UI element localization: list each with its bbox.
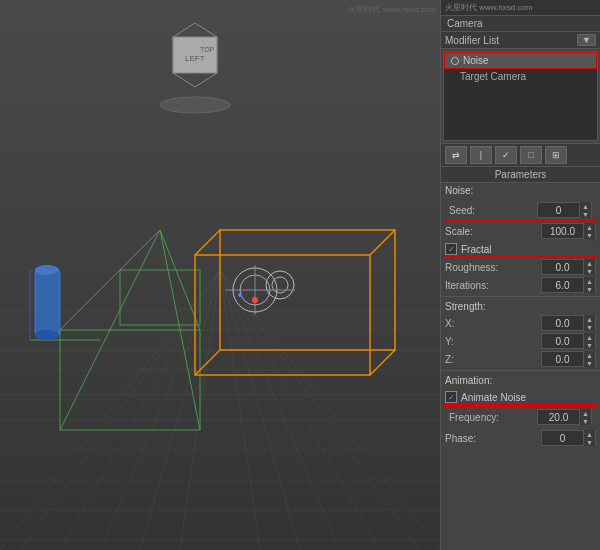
y-value: 0.0 (542, 336, 583, 347)
right-panel: 火星时代 www.hxsd.com Camera Modifier List ▼… (440, 0, 600, 550)
animate-noise-label: Animate Noise (461, 392, 526, 403)
viewport[interactable]: LEFT TOP 火星时代 www.hxsd.com (0, 0, 440, 550)
iterations-input[interactable]: 6.0 ▲ ▼ (541, 277, 596, 293)
roughness-label: Roughness: (445, 262, 498, 273)
x-down[interactable]: ▼ (583, 323, 595, 331)
tool-grid[interactable]: ⊞ (545, 146, 567, 164)
frequency-row: Frequency: 20.0 ▲ ▼ (443, 406, 598, 428)
svg-point-27 (35, 330, 59, 340)
z-input[interactable]: 0.0 ▲ ▼ (541, 351, 596, 367)
seed-label: Seed: (449, 205, 475, 216)
phase-down[interactable]: ▼ (583, 438, 595, 446)
animate-noise-row: ✓ Animate Noise (443, 389, 598, 405)
z-value: 0.0 (542, 354, 583, 365)
y-row: Y: 0.0 ▲ ▼ (441, 332, 600, 350)
scale-label: Scale: (445, 226, 473, 237)
modifier-tree: Noise Target Camera (443, 51, 598, 141)
frequency-value: 20.0 (538, 412, 579, 423)
scene-canvas: LEFT TOP (0, 0, 440, 550)
tool-separator: | (470, 146, 492, 164)
phase-row: Phase: 0 ▲ ▼ (441, 429, 600, 447)
params-panel: Parameters Noise: Seed: 0 ▲ ▼ Scale: (441, 167, 600, 550)
frequency-down[interactable]: ▼ (579, 417, 591, 425)
x-value: 0.0 (542, 318, 583, 329)
phase-input[interactable]: 0 ▲ ▼ (541, 430, 596, 446)
modifier-noise-label: Noise (463, 55, 489, 66)
y-up[interactable]: ▲ (583, 333, 595, 341)
seed-input[interactable]: 0 ▲ ▼ (537, 202, 592, 218)
iterations-down[interactable]: ▼ (583, 285, 595, 293)
strength-section-label: Strength: (441, 299, 600, 314)
logo-text: 火星时代 www.hxsd.com (445, 2, 533, 13)
x-label: X: (445, 318, 454, 329)
animate-noise-checkbox[interactable]: ✓ (445, 391, 457, 403)
scale-down[interactable]: ▼ (583, 231, 595, 239)
svg-rect-25 (35, 270, 60, 335)
svg-point-50 (160, 97, 230, 113)
fractal-row: ✓ Fractal (443, 241, 598, 257)
seed-up[interactable]: ▲ (579, 202, 591, 210)
y-label: Y: (445, 336, 454, 347)
fractal-checkbox[interactable]: ✓ (445, 243, 457, 255)
scale-value: 100.0 (542, 226, 583, 237)
roughness-row: Roughness: 0.0 ▲ ▼ (441, 258, 600, 276)
noise-section-label: Noise: (441, 183, 600, 198)
x-input[interactable]: 0.0 ▲ ▼ (541, 315, 596, 331)
x-up[interactable]: ▲ (583, 315, 595, 323)
svg-point-52 (238, 293, 242, 297)
iterations-value: 6.0 (542, 280, 583, 291)
modifier-list-label: Modifier List (445, 35, 499, 46)
y-input[interactable]: 0.0 ▲ ▼ (541, 333, 596, 349)
roughness-value: 0.0 (542, 262, 583, 273)
svg-point-26 (35, 265, 59, 275)
frequency-input[interactable]: 20.0 ▲ ▼ (537, 409, 592, 425)
scale-input[interactable]: 100.0 ▲ ▼ (541, 223, 596, 239)
seed-value: 0 (538, 205, 579, 216)
seed-row: Seed: 0 ▲ ▼ (443, 199, 598, 221)
watermark: 火星时代 www.hxsd.com (348, 4, 436, 15)
x-row: X: 0.0 ▲ ▼ (441, 314, 600, 332)
modifier-target-camera-label: Target Camera (460, 71, 526, 82)
scale-row: Scale: 100.0 ▲ ▼ (441, 222, 600, 240)
modifier-list-dropdown[interactable]: ▼ (577, 34, 596, 46)
toolbar-icons: ⇄ | ✓ □ ⊞ (441, 143, 600, 167)
params-title: Parameters (441, 167, 600, 183)
z-row: Z: 0.0 ▲ ▼ (441, 350, 600, 368)
modifier-target-camera[interactable]: Target Camera (444, 69, 597, 84)
svg-text:TOP: TOP (200, 46, 215, 53)
frequency-label: Frequency: (449, 412, 499, 423)
fractal-label: Fractal (461, 244, 492, 255)
modifier-noise[interactable]: Noise (444, 52, 597, 69)
z-up[interactable]: ▲ (583, 351, 595, 359)
tool-square[interactable]: □ (520, 146, 542, 164)
scale-up[interactable]: ▲ (583, 223, 595, 231)
iterations-up[interactable]: ▲ (583, 277, 595, 285)
phase-up[interactable]: ▲ (583, 430, 595, 438)
roughness-down[interactable]: ▼ (583, 267, 595, 275)
svg-point-51 (252, 297, 258, 303)
animation-section-label: Animation: (441, 373, 600, 388)
iterations-row: Iterations: 6.0 ▲ ▼ (441, 276, 600, 294)
panel-topbar: 火星时代 www.hxsd.com (441, 0, 600, 16)
z-down[interactable]: ▼ (583, 359, 595, 367)
modifier-list-row: Modifier List ▼ (441, 32, 600, 49)
frequency-up[interactable]: ▲ (579, 409, 591, 417)
roughness-input[interactable]: 0.0 ▲ ▼ (541, 259, 596, 275)
phase-value: 0 (542, 433, 583, 444)
tool-check[interactable]: ✓ (495, 146, 517, 164)
iterations-label: Iterations: (445, 280, 489, 291)
seed-down[interactable]: ▼ (579, 210, 591, 218)
svg-text:LEFT: LEFT (185, 54, 205, 63)
phase-label: Phase: (445, 433, 476, 444)
camera-label: Camera (441, 16, 600, 32)
y-down[interactable]: ▼ (583, 341, 595, 349)
tool-pin[interactable]: ⇄ (445, 146, 467, 164)
z-label: Z: (445, 354, 454, 365)
roughness-up[interactable]: ▲ (583, 259, 595, 267)
modifier-icon-noise (449, 55, 460, 66)
